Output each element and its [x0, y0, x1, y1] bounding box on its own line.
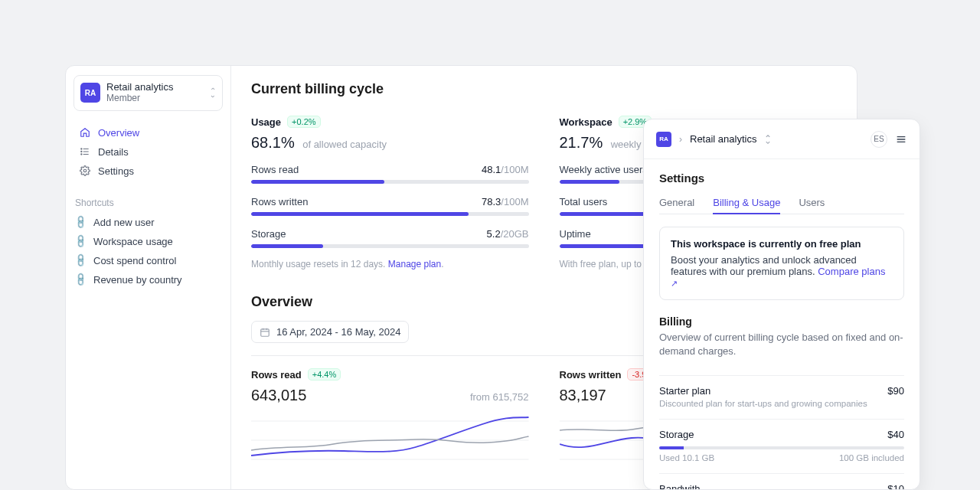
ov-read-from: from 615,752 [470, 391, 529, 403]
settings-panel: RA › Retail analytics ⌃⌃ ES Settings Gen… [643, 119, 920, 490]
primary-nav: Overview Details Settings [74, 123, 223, 181]
storage-label: Storage [251, 228, 286, 240]
bill-item-starter: Starter plan $90 Discounted plan for sta… [659, 375, 904, 408]
shortcut-label: Revenue by country [93, 274, 182, 286]
storage-value: 5.2 [487, 228, 501, 240]
org-name: Retail analytics [106, 82, 173, 93]
usage-card: Usage +0.2% 68.1% of allowed capacity Ro… [251, 116, 529, 270]
menu-icon[interactable] [895, 133, 907, 145]
rows-written-label: Rows written [251, 196, 308, 207]
storage-usage-bar [659, 446, 904, 449]
usage-value: 68.1% [251, 134, 295, 151]
ov-read-value: 643,015 [251, 387, 306, 404]
link-icon: 🔗 [73, 234, 88, 249]
tab-general[interactable]: General [659, 192, 694, 214]
ov-written-label: Rows written [560, 369, 622, 381]
usage-change-badge: +0.2% [287, 116, 321, 128]
bill-price: $10 [887, 483, 904, 490]
shortcut-label: Add new user [93, 217, 155, 228]
chevron-right-icon: › [679, 134, 682, 145]
storage-used: Used 10.1 GB [659, 453, 714, 462]
total-users-label: Total users [560, 196, 608, 207]
svg-point-4 [81, 152, 82, 152]
settings-title: Settings [659, 172, 904, 185]
rows-read-value: 48.1 [482, 164, 501, 175]
home-icon [80, 127, 90, 138]
usage-label: Usage [251, 116, 281, 128]
link-icon: 🔗 [73, 253, 88, 268]
ov-written-value: 83,197 [560, 387, 606, 404]
ov-read-change: +4.4% [308, 368, 341, 381]
link-icon: 🔗 [73, 272, 88, 287]
date-range-text: 16 Apr, 2024 - 16 May, 2024 [276, 326, 400, 338]
shortcuts-heading: Shortcuts [75, 198, 223, 208]
rows-read-label: Rows read [251, 164, 299, 175]
tab-users[interactable]: Users [799, 192, 825, 214]
bill-name: Bandwith [659, 483, 700, 490]
bill-desc: Discounted plan for start-ups and growin… [659, 399, 904, 408]
plan-notice: This workspace is currently on free plan… [659, 227, 904, 300]
shortcut-label: Cost spend control [93, 255, 176, 266]
ov-rows-read: Rows read +4.4% 643,015 from 615,752 [251, 368, 529, 467]
notice-title: This workspace is currently on free plan [671, 238, 893, 250]
nav-settings[interactable]: Settings [74, 162, 223, 181]
settings-tabs: General Billing & Usage Users [659, 192, 904, 214]
date-range-picker[interactable]: 16 Apr, 2024 - 16 May, 2024 [251, 321, 409, 343]
svg-point-6 [83, 169, 87, 172]
gear-icon [80, 165, 90, 176]
bill-name: Starter plan [659, 385, 710, 397]
org-role: Member [106, 93, 173, 104]
rows-read-bar [251, 180, 529, 184]
nav-label: Details [98, 146, 129, 158]
bill-item-bandwidth: Bandwith $10 Used 2.9 GB 5 GB included [659, 473, 904, 490]
sidebar: RA Retail analytics Member ⌃⌃ Overview D… [66, 66, 231, 489]
manage-plan-link[interactable]: Manage plan [388, 259, 441, 270]
svg-point-3 [81, 149, 82, 149]
uptime-label: Uptime [560, 228, 591, 240]
bill-item-storage: Storage $40 Used 10.1 GB 100 GB included [659, 419, 904, 462]
ov-read-label: Rows read [251, 369, 302, 381]
bill-name: Storage [659, 429, 694, 440]
workspace-label: Workspace [560, 116, 612, 128]
nav-label: Overview [98, 127, 139, 139]
storage-bar [251, 244, 529, 248]
external-link-icon: ↗ [671, 279, 678, 288]
org-switcher[interactable]: RA Retail analytics Member ⌃⌃ [74, 75, 223, 111]
bill-price: $90 [887, 385, 904, 397]
billing-heading: Billing [659, 315, 904, 328]
locale-chip[interactable]: ES [871, 131, 887, 148]
shortcut-label: Workspace usage [93, 236, 173, 247]
settings-body: Settings General Billing & Usage Users T… [644, 159, 920, 490]
workspace-value: 21.7% [560, 134, 603, 151]
wau-label: Weekly active users [560, 164, 648, 175]
ov-read-sparkline [251, 413, 529, 467]
shortcut-revenue-country[interactable]: 🔗 Revenue by country [74, 270, 223, 289]
nav-label: Settings [98, 165, 134, 177]
chevron-updown-icon[interactable]: ⌃⌃ [764, 136, 772, 142]
shortcut-workspace-usage[interactable]: 🔗 Workspace usage [74, 232, 223, 251]
settings-header: RA › Retail analytics ⌃⌃ ES [644, 119, 920, 159]
tab-billing-usage[interactable]: Billing & Usage [713, 192, 780, 214]
svg-rect-7 [261, 328, 270, 335]
calendar-icon [260, 327, 270, 338]
list-icon [80, 146, 90, 157]
storage-max: /20GB [501, 228, 529, 240]
svg-point-5 [81, 154, 82, 155]
breadcrumb-org[interactable]: Retail analytics [690, 133, 756, 145]
rows-read-max: /100M [501, 164, 528, 175]
org-avatar: RA [656, 132, 671, 147]
rows-written-value: 78.3 [482, 196, 501, 207]
usage-footnote: Monthly usage resets in 12 days. Manage … [251, 259, 529, 270]
chevron-updown-icon: ⌃⌃ [210, 89, 216, 96]
nav-overview[interactable]: Overview [74, 123, 223, 142]
rows-written-max: /100M [501, 196, 528, 207]
bill-price: $40 [887, 429, 904, 440]
storage-included: 100 GB included [839, 453, 904, 462]
billing-subheading: Overview of current billing cycle based … [659, 331, 904, 358]
org-avatar: RA [80, 83, 100, 103]
usage-sub: of allowed capacity [302, 139, 387, 150]
shortcut-add-user[interactable]: 🔗 Add new user [74, 213, 223, 232]
nav-details[interactable]: Details [74, 142, 223, 162]
link-icon: 🔗 [73, 214, 88, 230]
shortcut-cost-spend[interactable]: 🔗 Cost spend control [74, 251, 223, 270]
